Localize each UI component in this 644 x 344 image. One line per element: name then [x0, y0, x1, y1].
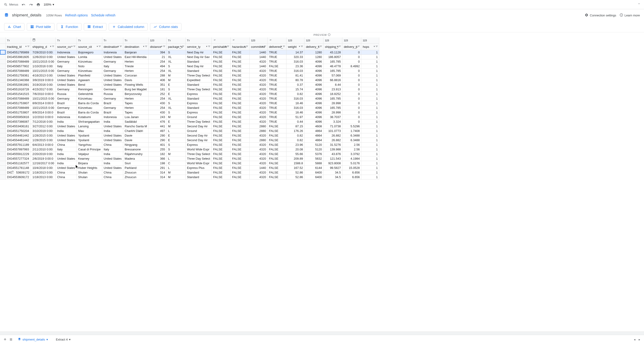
cell[interactable]: Germany: [102, 68, 123, 73]
cell[interactable]: 2/11/2010 0:00:: [31, 147, 56, 152]
cell[interactable]: Standard: [185, 170, 212, 175]
table-row[interactable]: DIG45517538078/9/2014 0:00:0BrazilBarra …: [0, 110, 379, 115]
cell[interactable]: DIG4551541515: [6, 92, 31, 96]
cell[interactable]: DIG4551750204: [6, 128, 31, 133]
row-number[interactable]: [0, 142, 6, 147]
cell[interactable]: Barra do Corda: [77, 101, 102, 105]
cell[interactable]: TRUE: [268, 110, 286, 115]
cell[interactable]: World Wide Expr: [185, 147, 212, 152]
cell[interactable]: FALSE: [230, 119, 250, 124]
cell[interactable]: 4096: [304, 59, 324, 64]
table-row[interactable]: DIG45520818913/19/2016 0:00:United State…: [0, 82, 379, 87]
cell[interactable]: TRUE: [268, 119, 286, 124]
cell[interactable]: Rancho Santa M: [123, 124, 149, 128]
sheet-tab-extract[interactable]: Extract 4 ▾: [54, 337, 73, 342]
cell[interactable]: 316.03: [286, 96, 304, 101]
cell[interactable]: 1: [361, 161, 379, 165]
cell[interactable]: Italy: [102, 147, 123, 152]
cell[interactable]: DIG4551753807: [6, 101, 31, 105]
cell[interactable]: World Wide Expr: [185, 161, 212, 165]
cell[interactable]: FALSE: [212, 87, 230, 92]
cell[interactable]: 8/9/2014 0:00:0: [31, 110, 56, 115]
row-number[interactable]: [0, 110, 6, 115]
cell[interactable]: 6400: [304, 170, 324, 175]
cell[interactable]: 55.66: [286, 152, 304, 156]
cell[interactable]: M: [166, 175, 185, 179]
cell[interactable]: 3.324: [324, 119, 342, 124]
cell[interactable]: DIG53609172: [6, 170, 31, 175]
cell[interactable]: 0: [342, 68, 361, 73]
cell[interactable]: Indonesia: [102, 115, 123, 119]
cell[interactable]: FALSE: [268, 138, 286, 142]
cell[interactable]: TRUE: [268, 82, 286, 87]
cell[interactable]: 3/9/2019 0:00:0: [31, 78, 56, 82]
cell[interactable]: 316.03: [286, 59, 304, 64]
cell[interactable]: 4320: [250, 92, 268, 96]
menu-search[interactable]: Menus: [4, 3, 18, 7]
cell[interactable]: 1: [361, 152, 379, 156]
row-number[interactable]: [0, 152, 6, 156]
cell[interactable]: 1/28/2015 0:00:: [31, 138, 56, 142]
column-header[interactable]: perishable▾: [212, 44, 230, 50]
cell[interactable]: 4320: [250, 115, 268, 119]
cell[interactable]: 1280: [304, 50, 324, 55]
table-row[interactable]: DIG45544614421/28/2015 0:00:United State…: [0, 133, 379, 138]
cell[interactable]: FALSE: [230, 68, 250, 73]
column-header[interactable]: delivery_p▾: [342, 44, 361, 50]
cell[interactable]: FALSE: [268, 156, 286, 161]
table-row[interactable]: DIG45534061613/27/2012 0:00:United State…: [0, 124, 379, 128]
cell[interactable]: DIG4552081891: [6, 82, 31, 87]
table-row[interactable]: DIG45517593614/16/2013 0:00:United State…: [0, 73, 379, 78]
cell[interactable]: 1: [361, 59, 379, 64]
cell[interactable]: 6.3488: [342, 133, 361, 138]
cell[interactable]: E: [166, 82, 185, 87]
cell[interactable]: India: [102, 152, 123, 156]
cell[interactable]: Next Day Air Sav: [185, 55, 212, 59]
cell[interactable]: 1: [361, 124, 379, 128]
cell[interactable]: 101.0773: [324, 128, 342, 133]
row-number[interactable]: [0, 68, 6, 73]
cell[interactable]: United States: [102, 138, 123, 142]
cell[interactable]: FALSE: [230, 142, 250, 147]
cell[interactable]: S: [166, 50, 185, 55]
cell[interactable]: 4320: [250, 161, 268, 165]
cell[interactable]: Banjaran: [123, 50, 149, 55]
cell[interactable]: FALSE: [230, 96, 250, 101]
cell[interactable]: Express: [185, 110, 212, 115]
cell[interactable]: XL: [166, 96, 185, 101]
cell[interactable]: FALSE: [230, 78, 250, 82]
cell[interactable]: Bend: [77, 82, 102, 87]
column-header[interactable]: destination▾: [123, 44, 149, 50]
cell[interactable]: Davie: [123, 133, 149, 138]
cell[interactable]: Charkhi Dādri: [123, 128, 149, 133]
cell[interactable]: United States: [56, 73, 77, 78]
cell[interactable]: DIG4557088489: [6, 68, 31, 73]
cell[interactable]: Agawam: [77, 78, 102, 82]
cell[interactable]: 0: [342, 96, 361, 101]
cell[interactable]: DIG4555950816: [6, 115, 31, 119]
cell[interactable]: 320.33: [286, 55, 304, 59]
cell[interactable]: United States: [56, 55, 77, 59]
cell[interactable]: 441: [148, 124, 166, 128]
cell[interactable]: United States: [102, 73, 123, 78]
row-number[interactable]: [0, 101, 6, 105]
row-number[interactable]: [0, 115, 6, 119]
cell[interactable]: DIG4557897993: [6, 147, 31, 152]
cell[interactable]: 4096: [304, 110, 324, 115]
cell[interactable]: Second Day Air: [185, 124, 212, 128]
cell[interactable]: 314: [148, 175, 166, 179]
cell[interactable]: 0: [342, 119, 361, 124]
cell[interactable]: 5120: [304, 147, 324, 152]
connection-settings-link[interactable]: Connection settings: [585, 13, 616, 18]
cell[interactable]: 0: [342, 101, 361, 105]
cell[interactable]: FALSE: [268, 64, 286, 68]
cell[interactable]: 316.03: [286, 68, 304, 73]
cell[interactable]: FALSE: [230, 175, 250, 179]
cell[interactable]: 4320: [250, 68, 268, 73]
cell[interactable]: FALSE: [212, 119, 230, 124]
cell[interactable]: FALSE: [212, 73, 230, 78]
column-header[interactable]: source_co▾: [56, 44, 77, 50]
cell[interactable]: 87.15: [286, 124, 304, 128]
cell[interactable]: TRUE: [268, 59, 286, 64]
cell[interactable]: Tapes: [123, 110, 149, 115]
